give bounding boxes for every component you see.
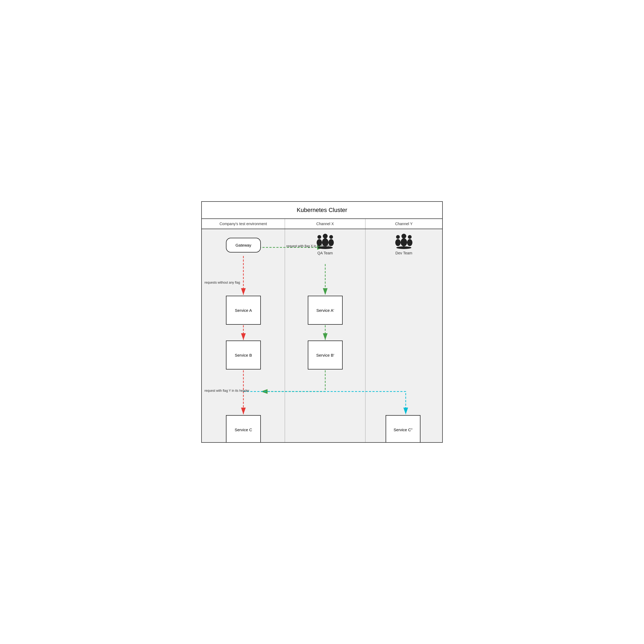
svg-point-19	[407, 239, 412, 246]
svg-point-20	[401, 234, 406, 239]
qa-team-label: QA Team	[316, 251, 335, 255]
col-y-body: Dev Team Service C"	[365, 229, 442, 442]
svg-point-18	[408, 235, 412, 239]
svg-point-17	[395, 239, 401, 246]
diagram-wrapper: Kubernetes Cluster Company's test enviro…	[201, 201, 443, 443]
service-bp-label: Service B'	[316, 353, 334, 357]
svg-point-13	[323, 234, 328, 239]
svg-point-22	[396, 246, 411, 249]
service-b-label: Service B	[235, 353, 252, 357]
gateway-label: Gateway	[235, 243, 251, 247]
column-headers: Company's test environment Channel X Cha…	[202, 219, 442, 229]
no-flag-label: requests without any flag	[204, 281, 240, 284]
service-b-box: Service B	[226, 341, 261, 369]
service-c-label: Service C	[235, 427, 252, 432]
dev-team-icon: Dev Team	[394, 233, 414, 255]
gateway-box: Gateway	[226, 238, 261, 253]
dev-team-svg	[394, 233, 414, 249]
diagram-body: Gateway requests without any flag Servic…	[202, 229, 442, 442]
service-ap-label: Service A'	[316, 308, 334, 313]
flag-x-label: request with flag X in its header	[286, 244, 331, 248]
svg-point-16	[396, 235, 400, 239]
diagram-title: Kubernetes Cluster	[202, 202, 442, 219]
service-cpp-label: Service C"	[394, 427, 412, 432]
service-c-box: Service C	[226, 415, 261, 442]
svg-point-9	[317, 235, 321, 239]
col-env-body: Gateway requests without any flag Servic…	[202, 229, 285, 442]
svg-point-21	[401, 238, 407, 246]
service-a-label: Service A	[235, 308, 252, 313]
svg-point-11	[329, 235, 333, 239]
service-a-box: Service A	[226, 296, 261, 325]
flag-y-label: request with flag Y in its header	[204, 389, 249, 393]
col-x-body: QA Team request with flag X in its heade…	[285, 229, 365, 442]
col-header-y: Channel Y	[365, 219, 442, 229]
service-cpp-box: Service C"	[386, 415, 420, 442]
col-header-env: Company's test environment	[202, 219, 285, 229]
dev-team-label: Dev Team	[394, 251, 414, 255]
service-ap-box: Service A'	[308, 296, 343, 325]
col-header-x: Channel X	[285, 219, 365, 229]
service-bp-box: Service B'	[308, 341, 343, 369]
